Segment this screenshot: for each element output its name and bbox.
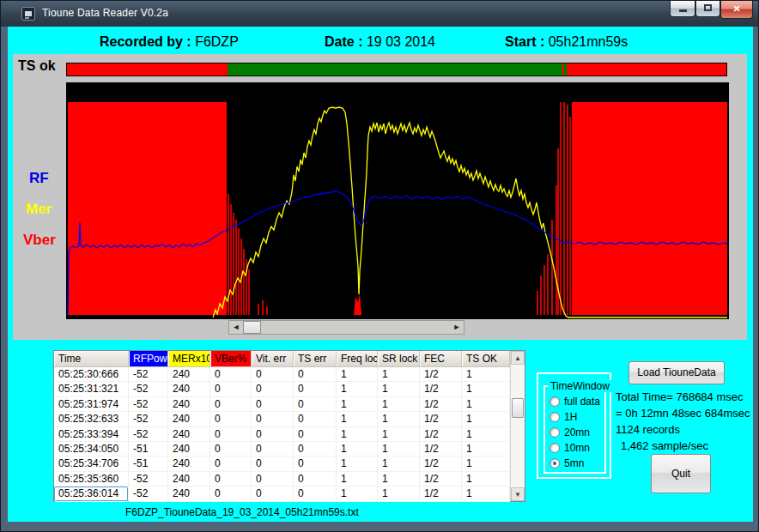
table-cell[interactable]: 1/2 — [420, 472, 462, 487]
scroll-right-arrow-icon[interactable]: ► — [450, 321, 464, 334]
table-cell[interactable]: 0 — [210, 442, 252, 456]
table-cell[interactable]: 0 — [294, 456, 337, 471]
column-header[interactable]: Freq lock — [337, 351, 378, 366]
table-cell[interactable]: 0 — [252, 487, 294, 501]
table-cell[interactable]: 0 — [252, 397, 294, 412]
table-cell[interactable]: -52 — [129, 412, 168, 426]
table-cell[interactable]: 240 — [168, 382, 210, 396]
table-cell[interactable]: 0 — [294, 442, 337, 456]
table-cell[interactable]: 240 — [168, 427, 210, 442]
table-vertical-scrollbar[interactable]: ▲ ▼ — [510, 351, 525, 501]
table-row[interactable]: 05:25:32:633-52240000111/21 — [54, 412, 525, 426]
close-button[interactable]: ✕ — [720, 1, 753, 19]
table-cell[interactable]: 1/2 — [420, 412, 462, 426]
table-cell[interactable]: 1 — [462, 487, 510, 501]
table-cell[interactable]: 1 — [337, 472, 378, 487]
table-cell[interactable]: 05:25:30:666 — [54, 367, 129, 382]
table-cell[interactable]: -52 — [129, 367, 168, 382]
table-cell[interactable]: 240 — [168, 367, 210, 382]
table-row[interactable]: 05:25:35:360-52240000111/21 — [54, 472, 525, 487]
table-cell[interactable]: 1 — [337, 456, 378, 471]
table-row[interactable]: 05:25:34:706-51240000111/21 — [54, 456, 525, 471]
quit-button[interactable]: Quit — [651, 454, 711, 493]
minimize-button[interactable] — [670, 1, 695, 17]
table-cell[interactable]: 1 — [337, 487, 378, 501]
column-header[interactable]: Vit. err — [252, 351, 294, 366]
column-header[interactable]: VBer% — [210, 351, 252, 366]
table-cell[interactable]: 1 — [378, 382, 420, 396]
table-row[interactable]: 05:25:34:050-51240000111/21 — [54, 442, 525, 456]
table-cell[interactable]: 0 — [210, 367, 252, 382]
table-cell[interactable]: 1 — [462, 427, 510, 442]
table-cell[interactable]: 0 — [210, 456, 252, 471]
table-cell[interactable]: 1 — [462, 367, 510, 382]
table-cell[interactable]: 0 — [252, 442, 294, 456]
table-cell[interactable]: 05:25:34:706 — [54, 456, 129, 471]
table-cell[interactable]: 0 — [294, 487, 337, 501]
table-cell[interactable]: 05:25:36:014 — [54, 487, 129, 501]
table-cell[interactable]: 240 — [168, 397, 210, 412]
table-cell[interactable]: 1 — [378, 487, 420, 501]
table-cell[interactable]: 240 — [168, 456, 210, 471]
table-cell[interactable]: 1 — [378, 427, 420, 442]
table-cell[interactable]: 1 — [462, 412, 510, 426]
column-header[interactable]: SR lock — [378, 351, 420, 366]
radio-icon[interactable] — [550, 443, 560, 453]
table-cell[interactable]: 1 — [462, 472, 510, 487]
table-cell[interactable]: 1 — [337, 382, 378, 396]
table-cell[interactable]: 1 — [378, 442, 420, 456]
table-cell[interactable]: 0 — [252, 472, 294, 487]
table-cell[interactable]: 1 — [337, 397, 378, 412]
table-cell[interactable]: 0 — [252, 367, 294, 382]
table-cell[interactable]: 1/2 — [420, 487, 462, 501]
radio-icon[interactable] — [550, 396, 560, 407]
table-cell[interactable]: -52 — [129, 382, 168, 396]
table-cell[interactable]: 1 — [462, 397, 510, 412]
table-cell[interactable]: 05:25:35:360 — [54, 472, 129, 487]
table-row[interactable]: 05:25:30:666-52240000111/21 — [54, 367, 525, 382]
time-window-option-10mn[interactable]: 10mn — [550, 442, 590, 454]
table-cell[interactable]: 1 — [337, 367, 378, 382]
column-header[interactable]: TS err — [294, 351, 337, 366]
table-cell[interactable]: 0 — [294, 427, 337, 442]
table-cell[interactable]: 0 — [210, 397, 252, 412]
title-bar[interactable]: Tioune Data Reader V0.2a ✕ — [1, 1, 758, 27]
table-cell[interactable]: 1 — [337, 412, 378, 426]
table-cell[interactable]: 0 — [210, 487, 252, 501]
table-cell[interactable]: 240 — [168, 442, 210, 456]
table-cell[interactable]: 0 — [294, 397, 337, 412]
table-cell[interactable]: 05:25:31:321 — [54, 382, 129, 396]
table-row[interactable]: 05:25:31:321-52240000111/21 — [54, 382, 525, 396]
table-cell[interactable]: 1 — [462, 382, 510, 396]
column-header[interactable]: RFPower — [129, 351, 168, 366]
column-header[interactable]: Time — [54, 351, 129, 366]
vertical-scroll-thumb[interactable] — [512, 398, 524, 418]
table-cell[interactable]: 0 — [210, 427, 252, 442]
table-cell[interactable]: -52 — [129, 397, 168, 412]
table-cell[interactable]: 0 — [252, 456, 294, 471]
table-cell[interactable]: 240 — [168, 487, 210, 501]
horizontal-scroll-thumb[interactable] — [243, 321, 261, 334]
table-cell[interactable]: 1 — [462, 442, 510, 456]
time-window-option-1H[interactable]: 1H — [550, 411, 577, 423]
table-cell[interactable]: 240 — [168, 412, 210, 426]
column-header[interactable]: FEC — [420, 351, 462, 366]
table-cell[interactable]: 0 — [210, 412, 252, 426]
table-cell[interactable]: 1/2 — [420, 456, 462, 471]
scroll-up-arrow-icon[interactable]: ▲ — [511, 351, 525, 365]
time-window-option-20mn[interactable]: 20mn — [550, 426, 590, 438]
table-cell[interactable]: 1/2 — [420, 442, 462, 456]
table-cell[interactable]: 1/2 — [420, 382, 462, 396]
table-cell[interactable]: -52 — [129, 487, 168, 501]
table-cell[interactable]: 1 — [378, 412, 420, 426]
table-row[interactable]: 05:25:36:014-52240000111/21 — [54, 487, 525, 501]
table-cell[interactable]: 1 — [462, 456, 510, 471]
table-cell[interactable]: 1 — [337, 427, 378, 442]
table-cell[interactable]: 1 — [378, 456, 420, 471]
table-cell[interactable]: 1 — [337, 442, 378, 456]
table-cell[interactable]: 0 — [210, 472, 252, 487]
table-cell[interactable]: 0 — [252, 427, 294, 442]
table-cell[interactable]: 0 — [252, 412, 294, 426]
table-cell[interactable]: -51 — [129, 442, 168, 456]
table-cell[interactable]: 05:25:34:050 — [54, 442, 129, 456]
